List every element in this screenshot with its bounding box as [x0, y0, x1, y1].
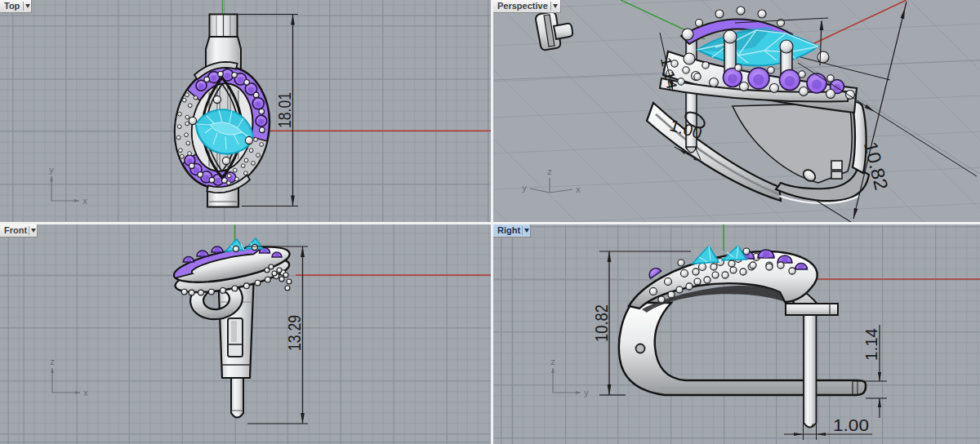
svg-text:z: z — [550, 357, 555, 366]
svg-text:z: z — [547, 166, 552, 176]
svg-text:13.29: 13.29 — [284, 315, 305, 351]
svg-text:x: x — [82, 196, 87, 206]
svg-text:1.00: 1.00 — [833, 415, 869, 434]
svg-text:y: y — [584, 388, 589, 397]
svg-text:1.14: 1.14 — [862, 328, 880, 361]
svg-text:x: x — [83, 388, 88, 397]
svg-text:y: y — [522, 183, 527, 193]
svg-text:y: y — [49, 165, 54, 175]
svg-text:z: z — [50, 357, 55, 366]
svg-text:10.82: 10.82 — [591, 304, 612, 342]
svg-text:18.01: 18.01 — [274, 92, 295, 128]
svg-text:x: x — [576, 184, 581, 194]
